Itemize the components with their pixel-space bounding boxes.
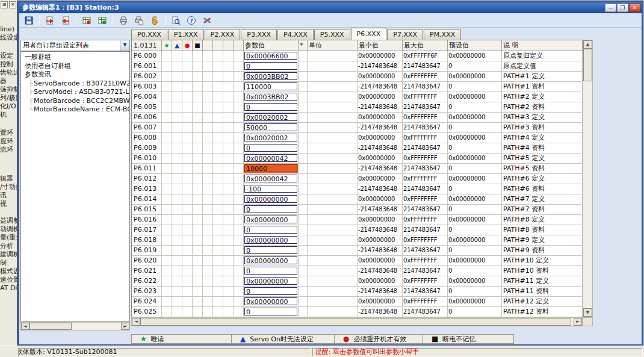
param-value-input[interactable]: 0	[244, 226, 297, 234]
param-value-input[interactable]: 0x0003BB02	[244, 72, 297, 80]
nav-item-fragment[interactable]: 列/极限	[0, 94, 17, 102]
param-value-input[interactable]: 0x00000000	[244, 277, 297, 285]
tree-item[interactable]: ├ServoModel : ASD-B3-0721-L	[21, 88, 129, 97]
param-value-input[interactable]: 0x00000000	[244, 256, 297, 264]
param-id-cell[interactable]: P6.022	[132, 276, 162, 287]
param-id-cell[interactable]: P6.021	[132, 266, 162, 276]
nav-item-fragment[interactable]: 度环	[0, 137, 17, 146]
nav-item-fragment[interactable]: 化I/O	[0, 102, 17, 111]
scroll-right-icon[interactable]: ►	[574, 318, 582, 326]
tab-p1.xxx[interactable]: P1.XXX	[168, 29, 204, 40]
nav-item-fragment[interactable]: 置环	[0, 129, 17, 137]
param-value-input[interactable]: 0x00020002	[244, 113, 297, 121]
titlebar[interactable]: 参数编辑器1：[B3] Station:3 — ❐ ✕	[19, 2, 642, 13]
print-icon[interactable]	[116, 14, 131, 26]
scrollbar-track[interactable]	[72, 323, 121, 330]
tab-p3.xxx[interactable]: P3.XXX	[241, 29, 277, 40]
scroll-down-icon[interactable]: ▼	[583, 308, 592, 317]
param-id-cell[interactable]: P6.001	[132, 61, 162, 72]
param-id-cell[interactable]: P6.017	[132, 225, 162, 235]
param-value-input[interactable]: 50000	[244, 123, 297, 131]
param-value-input[interactable]: 10000	[244, 164, 297, 172]
tree-item[interactable]: 使用者自订群组	[21, 62, 129, 71]
param-id-cell[interactable]: P6.000	[132, 51, 162, 61]
param-id-cell[interactable]: P6.010	[132, 154, 162, 164]
scrollbar-track[interactable]	[583, 81, 592, 308]
scrollbar-thumb[interactable]	[583, 49, 592, 81]
param-id-cell[interactable]: P6.016	[132, 215, 162, 225]
nav-item-fragment[interactable]: 线设定	[0, 34, 17, 42]
help-icon[interactable]: ?	[184, 14, 199, 26]
param-value-input[interactable]: 0x00000000	[244, 297, 297, 305]
param-value-input[interactable]: 0x0003BB02	[244, 93, 297, 101]
nav-item-fragment[interactable]: 器	[0, 77, 17, 85]
param-id-cell[interactable]: P6.002	[132, 72, 162, 82]
param-value-input[interactable]: 0x00000042	[244, 175, 297, 182]
tree-item[interactable]: 一般群组	[21, 53, 129, 62]
nav-item-fragment[interactable]: 益调整	[0, 217, 17, 225]
param-id-cell[interactable]: P6.011	[132, 164, 162, 174]
tab-p2.xxx[interactable]: P2.XXX	[205, 29, 241, 40]
nav-item-fragment[interactable]: 速位置控	[0, 276, 17, 284]
close-button[interactable]: ✕	[629, 4, 640, 12]
param-id-cell[interactable]: P6.012	[132, 174, 162, 184]
nav-item-fragment[interactable]: line)	[0, 25, 17, 34]
tab-p5.xxx[interactable]: P5.XXX	[314, 29, 350, 40]
param-value-input[interactable]: 0	[244, 62, 297, 70]
param-value-input[interactable]: 0	[244, 267, 297, 275]
scroll-left-icon[interactable]: ◄	[132, 318, 140, 326]
param-id-cell[interactable]: P6.018	[132, 235, 162, 246]
panel-pin-icon[interactable]: ⊞	[1, 1, 8, 8]
param-id-cell[interactable]: P6.008	[132, 133, 162, 143]
nav-item-fragment[interactable]: 齿轮比	[0, 69, 17, 77]
nav-item-fragment[interactable]: AT Diagr	[0, 284, 17, 293]
tree-item[interactable]: 参数资讯	[21, 70, 129, 79]
param-value-input[interactable]: 0	[244, 205, 297, 213]
param-id-cell[interactable]: P6.013	[132, 184, 162, 194]
tree-item[interactable]: ├ServoBarcode : B30721L0W2	[21, 79, 129, 88]
nav-item-fragment[interactable]: 模式设	[0, 267, 17, 276]
param-value-input[interactable]: 110000	[244, 82, 297, 90]
group-list-combobox[interactable]: 用者自订群组设定列表 ▼	[20, 40, 130, 51]
nav-item-fragment[interactable]: 量(重量	[0, 234, 17, 242]
param-value-input[interactable]: 0	[244, 144, 297, 152]
param-id-cell[interactable]: P6.014	[132, 194, 162, 205]
param-value-input[interactable]: 0x00020002	[244, 134, 297, 141]
table-edit-red-icon[interactable]	[79, 14, 94, 26]
tab-p7.xxx[interactable]: P7.XXX	[387, 29, 423, 40]
param-id-cell[interactable]: P6.006	[132, 113, 162, 123]
param-value-input[interactable]: 0x00000000	[244, 195, 297, 203]
scrollbar-thumb[interactable]	[140, 318, 571, 326]
table-horizontal-scrollbar[interactable]: ◄ ►	[131, 317, 583, 326]
nav-item-fragment[interactable]: 视	[0, 200, 17, 208]
nav-item-fragment[interactable]: 讯	[0, 191, 17, 200]
tree-horizontal-scrollbar[interactable]: ◄ ►	[20, 322, 130, 331]
tab-pm.xxx[interactable]: PM.XXX	[424, 29, 461, 40]
nav-item-fragment[interactable]: 设定	[0, 52, 17, 60]
scrollbar-thumb[interactable]	[29, 323, 72, 330]
save-icon[interactable]	[22, 14, 36, 26]
unlock-icon[interactable]	[147, 14, 162, 26]
nav-item-fragment[interactable]: 制	[0, 259, 17, 267]
param-value-input[interactable]: -100	[244, 185, 297, 193]
tab-p4.xxx[interactable]: P4.XXX	[277, 29, 314, 40]
write-to-servo-icon[interactable]	[58, 14, 73, 26]
print-preview-icon[interactable]	[132, 14, 146, 26]
param-id-cell[interactable]: P6.020	[132, 256, 162, 266]
chevron-down-icon[interactable]: ▼	[120, 40, 129, 51]
panel-close-icon[interactable]: ✕	[9, 1, 16, 8]
nav-item-fragment[interactable]: 流环	[0, 146, 17, 154]
param-value-input[interactable]: 0x00000042	[244, 154, 297, 162]
param-value-input[interactable]: 0	[244, 246, 297, 254]
param-id-cell[interactable]: P6.024	[132, 297, 162, 307]
find-document-icon[interactable]	[169, 14, 183, 26]
param-value-input[interactable]: 0	[244, 287, 297, 295]
scroll-right-icon[interactable]: ►	[121, 323, 129, 330]
minimize-button[interactable]: —	[605, 4, 616, 12]
nav-item-fragment[interactable]: 荡抑制	[0, 85, 17, 94]
table-edit-green-icon[interactable]	[95, 14, 110, 26]
param-value-input[interactable]: 0	[244, 103, 297, 111]
param-id-cell[interactable]: P6.019	[132, 246, 162, 256]
param-id-cell[interactable]: P6.009	[132, 143, 162, 154]
nav-item-fragment[interactable]: 辑器	[0, 175, 17, 183]
